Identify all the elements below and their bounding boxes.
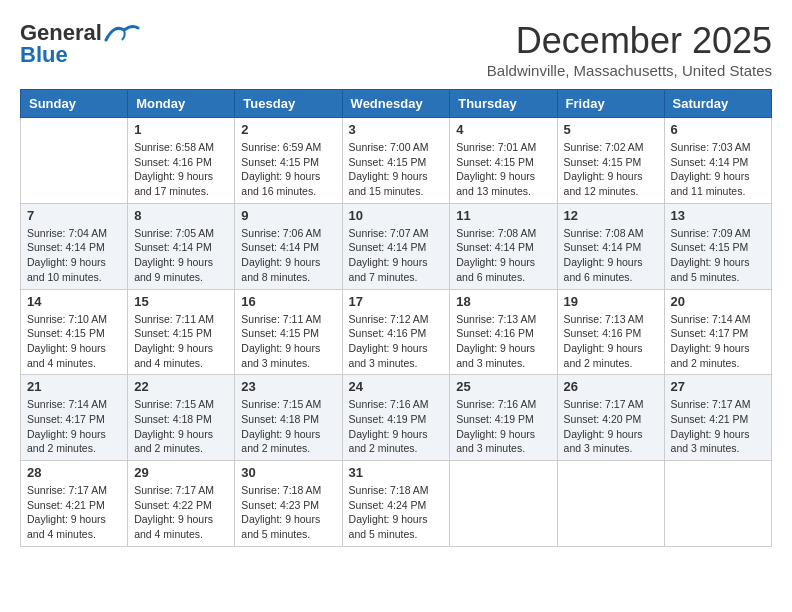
day-info: Sunrise: 7:16 AM Sunset: 4:19 PM Dayligh… — [456, 397, 550, 456]
calendar-cell: 7Sunrise: 7:04 AM Sunset: 4:14 PM Daylig… — [21, 203, 128, 289]
calendar-cell: 22Sunrise: 7:15 AM Sunset: 4:18 PM Dayli… — [128, 375, 235, 461]
calendar-cell: 12Sunrise: 7:08 AM Sunset: 4:14 PM Dayli… — [557, 203, 664, 289]
day-number: 14 — [27, 294, 121, 309]
day-info: Sunrise: 7:17 AM Sunset: 4:21 PM Dayligh… — [671, 397, 765, 456]
calendar-cell: 9Sunrise: 7:06 AM Sunset: 4:14 PM Daylig… — [235, 203, 342, 289]
day-number: 19 — [564, 294, 658, 309]
day-number: 13 — [671, 208, 765, 223]
day-info: Sunrise: 7:14 AM Sunset: 4:17 PM Dayligh… — [671, 312, 765, 371]
calendar-cell: 21Sunrise: 7:14 AM Sunset: 4:17 PM Dayli… — [21, 375, 128, 461]
day-number: 3 — [349, 122, 444, 137]
day-info: Sunrise: 7:04 AM Sunset: 4:14 PM Dayligh… — [27, 226, 121, 285]
calendar-cell: 20Sunrise: 7:14 AM Sunset: 4:17 PM Dayli… — [664, 289, 771, 375]
day-info: Sunrise: 7:17 AM Sunset: 4:22 PM Dayligh… — [134, 483, 228, 542]
day-number: 10 — [349, 208, 444, 223]
calendar-cell: 5Sunrise: 7:02 AM Sunset: 4:15 PM Daylig… — [557, 118, 664, 204]
calendar-cell: 15Sunrise: 7:11 AM Sunset: 4:15 PM Dayli… — [128, 289, 235, 375]
page-header: General Blue December 2025 Baldwinville,… — [20, 20, 772, 79]
day-number: 25 — [456, 379, 550, 394]
calendar-week-1: 1Sunrise: 6:58 AM Sunset: 4:16 PM Daylig… — [21, 118, 772, 204]
calendar-cell: 26Sunrise: 7:17 AM Sunset: 4:20 PM Dayli… — [557, 375, 664, 461]
day-number: 26 — [564, 379, 658, 394]
day-info: Sunrise: 6:58 AM Sunset: 4:16 PM Dayligh… — [134, 140, 228, 199]
logo-blue: Blue — [20, 42, 68, 68]
logo-bird-icon — [104, 22, 140, 44]
calendar-week-4: 21Sunrise: 7:14 AM Sunset: 4:17 PM Dayli… — [21, 375, 772, 461]
day-info: Sunrise: 7:13 AM Sunset: 4:16 PM Dayligh… — [564, 312, 658, 371]
day-info: Sunrise: 7:02 AM Sunset: 4:15 PM Dayligh… — [564, 140, 658, 199]
col-wednesday: Wednesday — [342, 90, 450, 118]
calendar-cell: 4Sunrise: 7:01 AM Sunset: 4:15 PM Daylig… — [450, 118, 557, 204]
calendar-header-row: Sunday Monday Tuesday Wednesday Thursday… — [21, 90, 772, 118]
col-saturday: Saturday — [664, 90, 771, 118]
day-info: Sunrise: 7:18 AM Sunset: 4:24 PM Dayligh… — [349, 483, 444, 542]
day-info: Sunrise: 7:15 AM Sunset: 4:18 PM Dayligh… — [134, 397, 228, 456]
calendar-cell: 10Sunrise: 7:07 AM Sunset: 4:14 PM Dayli… — [342, 203, 450, 289]
day-number: 8 — [134, 208, 228, 223]
calendar-week-3: 14Sunrise: 7:10 AM Sunset: 4:15 PM Dayli… — [21, 289, 772, 375]
day-number: 5 — [564, 122, 658, 137]
day-info: Sunrise: 7:07 AM Sunset: 4:14 PM Dayligh… — [349, 226, 444, 285]
day-info: Sunrise: 7:14 AM Sunset: 4:17 PM Dayligh… — [27, 397, 121, 456]
calendar-cell — [557, 461, 664, 547]
day-info: Sunrise: 7:01 AM Sunset: 4:15 PM Dayligh… — [456, 140, 550, 199]
day-number: 15 — [134, 294, 228, 309]
calendar-table: Sunday Monday Tuesday Wednesday Thursday… — [20, 89, 772, 547]
day-number: 23 — [241, 379, 335, 394]
day-info: Sunrise: 7:16 AM Sunset: 4:19 PM Dayligh… — [349, 397, 444, 456]
day-number: 6 — [671, 122, 765, 137]
col-sunday: Sunday — [21, 90, 128, 118]
calendar-cell: 6Sunrise: 7:03 AM Sunset: 4:14 PM Daylig… — [664, 118, 771, 204]
day-number: 17 — [349, 294, 444, 309]
day-info: Sunrise: 7:17 AM Sunset: 4:20 PM Dayligh… — [564, 397, 658, 456]
day-number: 16 — [241, 294, 335, 309]
calendar-cell: 18Sunrise: 7:13 AM Sunset: 4:16 PM Dayli… — [450, 289, 557, 375]
calendar-cell: 25Sunrise: 7:16 AM Sunset: 4:19 PM Dayli… — [450, 375, 557, 461]
calendar-cell: 29Sunrise: 7:17 AM Sunset: 4:22 PM Dayli… — [128, 461, 235, 547]
title-block: December 2025 Baldwinville, Massachusett… — [487, 20, 772, 79]
calendar-cell: 13Sunrise: 7:09 AM Sunset: 4:15 PM Dayli… — [664, 203, 771, 289]
day-info: Sunrise: 7:06 AM Sunset: 4:14 PM Dayligh… — [241, 226, 335, 285]
calendar-cell: 8Sunrise: 7:05 AM Sunset: 4:14 PM Daylig… — [128, 203, 235, 289]
calendar-cell: 17Sunrise: 7:12 AM Sunset: 4:16 PM Dayli… — [342, 289, 450, 375]
day-info: Sunrise: 7:11 AM Sunset: 4:15 PM Dayligh… — [134, 312, 228, 371]
day-info: Sunrise: 7:08 AM Sunset: 4:14 PM Dayligh… — [564, 226, 658, 285]
day-number: 2 — [241, 122, 335, 137]
calendar-cell: 24Sunrise: 7:16 AM Sunset: 4:19 PM Dayli… — [342, 375, 450, 461]
day-info: Sunrise: 7:08 AM Sunset: 4:14 PM Dayligh… — [456, 226, 550, 285]
calendar-week-5: 28Sunrise: 7:17 AM Sunset: 4:21 PM Dayli… — [21, 461, 772, 547]
day-number: 1 — [134, 122, 228, 137]
day-number: 20 — [671, 294, 765, 309]
day-number: 12 — [564, 208, 658, 223]
col-friday: Friday — [557, 90, 664, 118]
day-number: 18 — [456, 294, 550, 309]
day-number: 30 — [241, 465, 335, 480]
day-number: 29 — [134, 465, 228, 480]
day-number: 28 — [27, 465, 121, 480]
calendar-cell: 30Sunrise: 7:18 AM Sunset: 4:23 PM Dayli… — [235, 461, 342, 547]
day-number: 9 — [241, 208, 335, 223]
day-info: Sunrise: 7:18 AM Sunset: 4:23 PM Dayligh… — [241, 483, 335, 542]
col-monday: Monday — [128, 90, 235, 118]
calendar-cell: 28Sunrise: 7:17 AM Sunset: 4:21 PM Dayli… — [21, 461, 128, 547]
calendar-cell: 31Sunrise: 7:18 AM Sunset: 4:24 PM Dayli… — [342, 461, 450, 547]
day-info: Sunrise: 6:59 AM Sunset: 4:15 PM Dayligh… — [241, 140, 335, 199]
day-number: 11 — [456, 208, 550, 223]
calendar-cell: 19Sunrise: 7:13 AM Sunset: 4:16 PM Dayli… — [557, 289, 664, 375]
calendar-cell: 3Sunrise: 7:00 AM Sunset: 4:15 PM Daylig… — [342, 118, 450, 204]
day-info: Sunrise: 7:11 AM Sunset: 4:15 PM Dayligh… — [241, 312, 335, 371]
col-tuesday: Tuesday — [235, 90, 342, 118]
calendar-cell: 14Sunrise: 7:10 AM Sunset: 4:15 PM Dayli… — [21, 289, 128, 375]
day-info: Sunrise: 7:00 AM Sunset: 4:15 PM Dayligh… — [349, 140, 444, 199]
day-number: 4 — [456, 122, 550, 137]
day-number: 24 — [349, 379, 444, 394]
col-thursday: Thursday — [450, 90, 557, 118]
day-info: Sunrise: 7:13 AM Sunset: 4:16 PM Dayligh… — [456, 312, 550, 371]
calendar-cell: 27Sunrise: 7:17 AM Sunset: 4:21 PM Dayli… — [664, 375, 771, 461]
day-number: 22 — [134, 379, 228, 394]
calendar-cell: 23Sunrise: 7:15 AM Sunset: 4:18 PM Dayli… — [235, 375, 342, 461]
location: Baldwinville, Massachusetts, United Stat… — [487, 62, 772, 79]
day-info: Sunrise: 7:09 AM Sunset: 4:15 PM Dayligh… — [671, 226, 765, 285]
calendar-cell: 11Sunrise: 7:08 AM Sunset: 4:14 PM Dayli… — [450, 203, 557, 289]
day-info: Sunrise: 7:15 AM Sunset: 4:18 PM Dayligh… — [241, 397, 335, 456]
